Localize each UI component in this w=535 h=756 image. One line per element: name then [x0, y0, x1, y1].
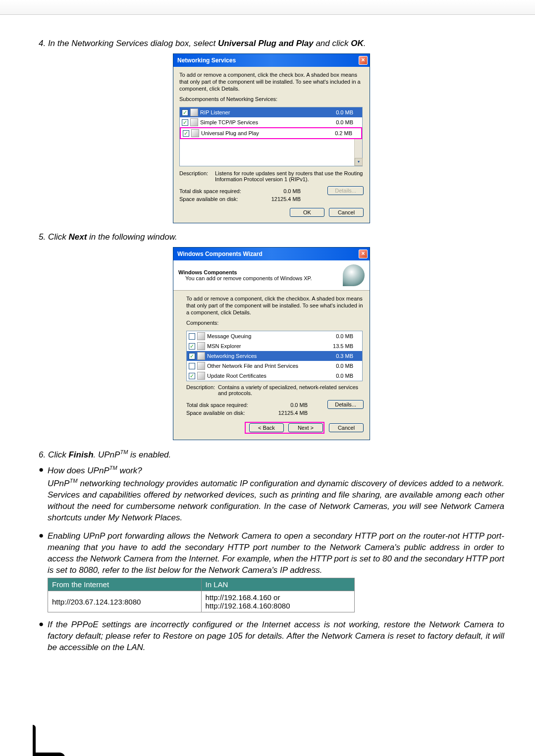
service-icon	[191, 129, 199, 137]
ok-button[interactable]: OK	[290, 208, 324, 217]
checkbox-icon[interactable]: ✓	[189, 333, 195, 340]
step5-prefix: 5. Click	[39, 232, 68, 242]
list-item[interactable]: ✓ Other Network File and Print Services …	[187, 361, 362, 371]
details-button[interactable]: Details...	[327, 400, 364, 409]
total-space-value: 0.0 MB	[256, 188, 301, 194]
step6-sup: TM	[120, 449, 128, 455]
step4-instruction: 4. In the Networking Services dialog box…	[39, 39, 504, 49]
scroll-down-icon[interactable]: ▾	[355, 158, 363, 166]
table-cell-lan: http://192.168.4.160 or http://192.168.4…	[201, 591, 355, 612]
list-item[interactable]: ✓ Update Root Certificates 0.0 MB	[187, 371, 362, 381]
dialog1-description: To add or remove a component, click the …	[179, 72, 364, 92]
p1-sup: TM	[69, 478, 77, 484]
table-cell-lan-line2: http://192.168.4.160:8080	[206, 602, 290, 610]
step5-instruction: 5. Click Next in the following window.	[39, 232, 504, 242]
p1-prefix: UPnP	[48, 479, 69, 488]
component-icon	[197, 342, 205, 350]
checkbox-icon[interactable]: ✓	[189, 363, 195, 369]
component-icon	[197, 352, 205, 360]
list-item[interactable]: ✓ Networking Services 0.3 MB	[187, 351, 362, 361]
list-item[interactable]: ✓ Message Queuing 0.0 MB	[187, 331, 362, 341]
list-item[interactable]: ✓ Universal Plug and Play 0.2 MB	[181, 128, 361, 138]
step6-mid: . UPnP	[94, 450, 120, 459]
bullet-pppoe: ● If the PPPoE settings are incorrectly …	[39, 619, 504, 654]
dialog2-title: Windows Components Wizard	[177, 251, 263, 257]
component-icon	[197, 362, 205, 370]
components-label: Components:	[186, 320, 364, 327]
close-icon[interactable]: ×	[359, 56, 368, 65]
checkbox-icon[interactable]: ✓	[182, 119, 188, 126]
next-button[interactable]: Next >	[288, 423, 323, 432]
step6-instruction: 6. Click Finish. UPnPTM is enabled.	[39, 449, 504, 460]
checkbox-icon[interactable]: ✓	[182, 109, 188, 116]
list-item[interactable]: ✓ Simple TCP/IP Services 0.0 MB	[180, 117, 362, 127]
checkbox-icon[interactable]: ✓	[189, 373, 195, 379]
step4-mid: and click	[314, 39, 351, 48]
networking-services-dialog: Networking Services × To add or remove a…	[173, 53, 370, 223]
dialog2-titlebar: Windows Components Wizard ×	[173, 248, 370, 260]
component-icon	[197, 332, 205, 340]
subcomponents-list: ✓ RIP Listener 0.0 MB ✓ Simple TCP/IP Se…	[179, 107, 363, 166]
cancel-button[interactable]: Cancel	[329, 423, 364, 432]
table-cell-lan-line1: http://192.168.4.160 or	[206, 593, 280, 602]
step5-bold: Next	[68, 232, 87, 242]
step4-prefix: 4. In the Networking Services dialog box…	[39, 39, 218, 48]
description-text: Contains a variety of specialized, netwo…	[218, 384, 364, 396]
total-space-value: 0.0 MB	[263, 402, 308, 408]
dialog1-titlebar: Networking Services ×	[173, 54, 370, 67]
bullet-dot-icon: ●	[39, 465, 48, 476]
wizard-header: Windows Components You can add or remove…	[173, 260, 370, 291]
component-icon	[197, 372, 205, 380]
page-number-badge: 48	[36, 753, 65, 756]
checkbox-icon[interactable]: ✓	[183, 130, 189, 137]
list-item-label: Universal Plug and Play	[201, 130, 322, 136]
dialog2-body-text: To add or remove a component, click the …	[186, 296, 364, 316]
dialog1-subcomponents-label: Subcomponents of Networking Services:	[179, 96, 364, 103]
highlighted-nav-buttons: < Back Next >	[245, 422, 324, 434]
list-item-label: MSN Explorer	[207, 343, 323, 349]
scrollbar[interactable]: ▾	[354, 139, 362, 166]
q1-sup: TM	[109, 465, 117, 471]
total-space-label: Total disk space required:	[179, 188, 256, 194]
list-item-label: Message Queuing	[207, 333, 323, 339]
upnp-explanation-paragraph: UPnPTM networking technology provides au…	[48, 477, 504, 523]
wizard-head-subtitle: You can add or remove components of Wind…	[185, 275, 339, 281]
checkbox-icon[interactable]: ✓	[189, 343, 195, 350]
table-header-lan: In LAN	[201, 578, 355, 591]
table-header-internet: From the Internet	[48, 578, 202, 591]
step4-bold2: OK	[351, 39, 364, 48]
step4-bold1: Universal Plug and Play	[218, 39, 314, 48]
service-icon	[190, 118, 198, 126]
p2-text: Enabling UPnP port forwarding allows the…	[48, 531, 504, 575]
list-item-size: 0.2 MB	[322, 130, 352, 136]
step6-prefix: 6. Click	[39, 450, 68, 459]
dialog1-title: Networking Services	[177, 57, 236, 64]
list-item[interactable]: ✓ MSN Explorer 13.5 MB	[187, 341, 362, 351]
list-item-label: RIP Listener	[200, 109, 323, 115]
list-item[interactable]: ✓ RIP Listener 0.0 MB	[180, 107, 362, 117]
description-text: Listens for route updates sent by router…	[215, 170, 364, 182]
list-item-size: 0.0 MB	[323, 119, 353, 125]
checkbox-icon[interactable]: ✓	[189, 353, 195, 359]
components-list: ✓ Message Queuing 0.0 MB ✓ MSN Explorer …	[186, 331, 363, 381]
bullet-dot-icon: ●	[39, 619, 48, 654]
list-item-size: 0.0 MB	[323, 363, 353, 369]
details-button: Details...	[327, 186, 364, 195]
step6-suffix: is enabled.	[128, 450, 171, 459]
list-blank-area: ▾	[180, 139, 362, 166]
list-item-size: 0.0 MB	[323, 333, 353, 339]
p3-text: If the PPPoE settings are incorrectly co…	[48, 620, 504, 652]
close-icon[interactable]: ×	[359, 250, 368, 258]
list-item-label: Networking Services	[207, 353, 323, 359]
cancel-button[interactable]: Cancel	[329, 208, 364, 217]
back-button[interactable]: < Back	[249, 423, 284, 432]
q1-suffix: work?	[117, 465, 142, 475]
list-item-label: Other Network File and Print Services	[207, 363, 323, 369]
table-cell-internet: http://203.67.124.123:8080	[48, 591, 202, 612]
bullet-dot-icon: ●	[39, 531, 48, 576]
avail-space-label: Space available on disk:	[186, 410, 263, 416]
total-space-label: Total disk space required:	[186, 402, 263, 408]
ip-address-table: From the Internet In LAN http://203.67.1…	[48, 578, 355, 612]
wizard-head-title: Windows Components	[178, 269, 339, 275]
avail-space-value: 12125.4 MB	[256, 196, 301, 202]
